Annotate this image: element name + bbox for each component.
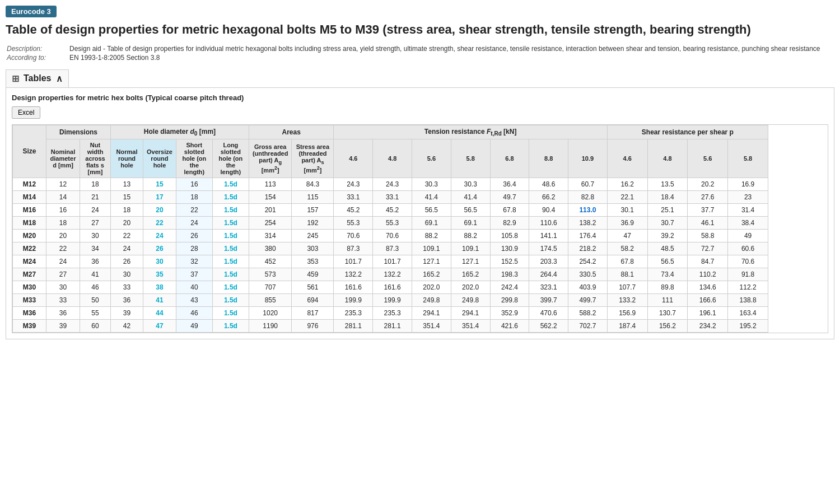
- col-areas-header: Areas: [249, 125, 334, 139]
- table-cell: 112.2: [728, 281, 768, 293]
- table-cell: M14: [13, 190, 46, 203]
- table-cell: 27: [46, 268, 80, 281]
- table-cell: 49.7: [490, 190, 529, 203]
- table-cell: 22: [143, 216, 176, 229]
- table-cell: 235.3: [373, 306, 412, 319]
- table-cell: 49: [176, 319, 212, 332]
- table-cell: 1.5d: [212, 293, 249, 306]
- table-cell: 36: [111, 293, 143, 306]
- table-cell: 187.4: [607, 319, 647, 332]
- table-cell: 18: [176, 190, 212, 203]
- table-cell: 89.8: [647, 281, 688, 293]
- sub-oversize: Oversize round hole: [143, 139, 176, 178]
- table-cell: 166.6: [688, 293, 728, 306]
- table-cell: 32: [176, 255, 212, 268]
- table-cell: M27: [13, 268, 46, 281]
- table-cell: 37.7: [688, 203, 728, 216]
- sub-long: Long slotted hole (on the length): [212, 139, 249, 178]
- table-cell: 154: [249, 190, 292, 203]
- tables-section: Design properties for metric hex bolts (…: [6, 87, 834, 339]
- table-cell: 60: [80, 319, 111, 332]
- table-cell: 38: [143, 281, 176, 293]
- table-cell: 30: [80, 229, 111, 242]
- table-cell: 202.0: [451, 281, 490, 293]
- table-cell: 24: [80, 203, 111, 216]
- table-cell: 110.2: [688, 268, 728, 281]
- table-row: M1414211517181.5d15411533.133.141.441.44…: [13, 190, 768, 203]
- table-cell: 1190: [249, 319, 292, 332]
- sub-t48: 4.8: [373, 139, 412, 178]
- sub-s46: 4.6: [607, 139, 647, 178]
- table-cell: 165.2: [412, 268, 451, 281]
- table-cell: 36: [46, 306, 80, 319]
- sub-t68: 6.8: [490, 139, 529, 178]
- table-cell: 573: [249, 268, 292, 281]
- table-cell: 459: [292, 268, 334, 281]
- table-cell: 56.5: [451, 203, 490, 216]
- table-cell: 58.2: [607, 242, 647, 255]
- table-cell: 245: [292, 229, 334, 242]
- table-cell: 18.4: [647, 190, 688, 203]
- table-cell: 201: [249, 203, 292, 216]
- table-cell: 82.8: [568, 190, 608, 203]
- table-cell: 380: [249, 242, 292, 255]
- table-row: M1818272022241.5d25419255.355.369.169.18…: [13, 216, 768, 229]
- table-cell: 84.7: [688, 255, 728, 268]
- table-cell: 113.0: [568, 203, 608, 216]
- table-cell: 1.5d: [212, 306, 249, 319]
- table-cell: 163.4: [728, 306, 768, 319]
- table-cell: 88.1: [607, 268, 647, 281]
- table-cell: 30: [46, 281, 80, 293]
- table-cell: 45.2: [334, 203, 373, 216]
- table-cell: 27: [80, 216, 111, 229]
- table-cell: 17: [143, 190, 176, 203]
- table-cell: M33: [13, 293, 46, 306]
- table-cell: 111: [647, 293, 688, 306]
- sub-short: Short slotted hole (on the length): [176, 139, 212, 178]
- table-cell: 1.5d: [212, 281, 249, 293]
- table-cell: 855: [249, 293, 292, 306]
- table-cell: 694: [292, 293, 334, 306]
- table-row: M3333503641431.5d855694199.9199.9249.824…: [13, 293, 768, 306]
- according-label: According to:: [7, 54, 68, 62]
- table-cell: 39.2: [647, 229, 688, 242]
- table-cell: 115: [292, 190, 334, 203]
- table-cell: 1.5d: [212, 242, 249, 255]
- table-cell: 109.1: [412, 242, 451, 255]
- table-cell: 48.6: [529, 178, 568, 190]
- table-cell: 403.9: [568, 281, 608, 293]
- excel-button[interactable]: Excel: [12, 106, 40, 119]
- table-cell: 132.2: [373, 268, 412, 281]
- table-cell: 16.9: [728, 178, 768, 190]
- table-cell: 152.5: [490, 255, 529, 268]
- sub-nominal: Nominal diameter d [mm]: [46, 139, 80, 178]
- table-cell: 499.7: [568, 293, 608, 306]
- table-cell: 30.3: [451, 178, 490, 190]
- table-cell: M22: [13, 242, 46, 255]
- table-cell: 202.0: [412, 281, 451, 293]
- table-cell: 48.5: [647, 242, 688, 255]
- table-cell: 55.3: [334, 216, 373, 229]
- collapse-icon[interactable]: ∧: [56, 73, 63, 84]
- table-cell: 72.7: [688, 242, 728, 255]
- table-cell: 24: [143, 229, 176, 242]
- table-cell: 70.6: [373, 229, 412, 242]
- table-cell: 174.5: [529, 242, 568, 255]
- table-cell: 25.1: [647, 203, 688, 216]
- table-cell: 702.7: [568, 319, 608, 332]
- sub-s58: 5.8: [728, 139, 768, 178]
- table-cell: 16: [46, 203, 80, 216]
- table-row: M2424362630321.5d452353101.7101.7127.112…: [13, 255, 768, 268]
- table-cell: 254.2: [568, 255, 608, 268]
- table-cell: 299.8: [490, 293, 529, 306]
- table-cell: 69.1: [451, 216, 490, 229]
- table-cell: 18: [111, 203, 143, 216]
- table-cell: 67.8: [607, 255, 647, 268]
- table-cell: 88.2: [412, 229, 451, 242]
- table-cell: 330.5: [568, 268, 608, 281]
- table-cell: 352.9: [490, 306, 529, 319]
- table-cell: 24.3: [334, 178, 373, 190]
- table-cell: 242.4: [490, 281, 529, 293]
- table-row: M1616241820221.5d20115745.245.256.556.56…: [13, 203, 768, 216]
- table-cell: 30.7: [647, 216, 688, 229]
